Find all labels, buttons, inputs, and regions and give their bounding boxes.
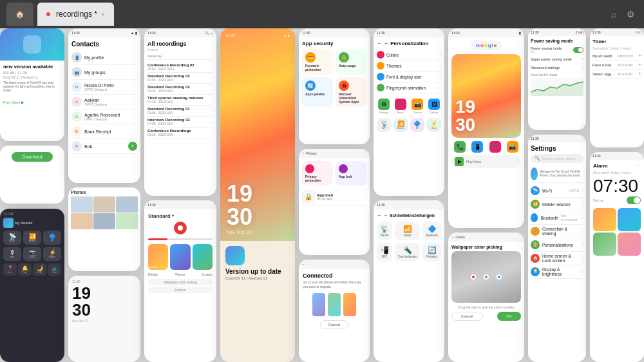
qs-wifi[interactable]: 📡 Wi-Fi xyxy=(3,231,21,245)
qs-cam[interactable]: 📷 Cam xyxy=(23,247,41,261)
rec-item-2[interactable]: Standard Recording 03 01:06 · 2020/1/16 … xyxy=(147,73,213,84)
add-contact-btn[interactable]: + xyxy=(128,142,137,151)
rec-item-7[interactable]: Conference Recordings 01:20 · 2020/10/9 … xyxy=(147,128,213,138)
wcp-ok-btn[interactable]: OK xyxy=(497,312,521,321)
rec-dot[interactable] xyxy=(174,222,187,234)
qs-bt[interactable]: 🔷 BT xyxy=(43,231,61,245)
stg-display[interactable]: 💡 Display & brightness › xyxy=(531,265,583,279)
rec-item-6[interactable]: Interview Recording 02 07:08 · 2020/1/16… xyxy=(147,117,213,128)
cb-icon-1[interactable]: 📞 xyxy=(454,141,466,153)
stg-home[interactable]: 🏠 Home screen & Lock screen › xyxy=(531,252,583,265)
contact-my-profile[interactable]: 👤 My profile xyxy=(71,50,137,65)
se-bt[interactable]: 🔷 Bluetooth xyxy=(422,222,441,240)
wp-option-3[interactable] xyxy=(193,244,213,270)
play-video-btn[interactable]: Play Video ▶ xyxy=(3,100,24,104)
se-nfc[interactable]: 📲 NFC xyxy=(377,243,392,262)
se-mobil[interactable]: 📶 Mobil xyxy=(395,222,420,240)
timer-brush[interactable]: Brush teeth 00:02:00 + xyxy=(592,52,641,61)
qs-power[interactable]: ⚡ Power xyxy=(43,247,61,261)
se-back-icon[interactable]: ← xyxy=(377,213,382,218)
cb-icon-2[interactable]: 📱 xyxy=(471,141,483,153)
rec-item-4[interactable]: Third quarter meeting minutes 07:20 · 20… xyxy=(147,95,213,106)
stg-mobile[interactable]: 📶 Mobile network › xyxy=(531,198,583,211)
ps-toggle-1[interactable] xyxy=(573,47,583,53)
wp-option-1[interactable]: Default xyxy=(148,244,168,270)
alarm-more-icon[interactable]: ⋯ xyxy=(636,163,641,169)
rec-item-1[interactable]: Conference Recording 02 00:04 · 2020/10/… xyxy=(147,62,213,73)
contact-nicola[interactable]: N Nicola Di Pinto OPPO Designer xyxy=(71,80,137,95)
wp-custom-btn[interactable]: Custom xyxy=(148,287,213,293)
stg-signin-row[interactable]: Manage the Top Cloud, Find My Phone, Syn… xyxy=(531,166,583,183)
tab-close-btn[interactable]: × xyxy=(101,11,105,18)
tab-recordings[interactable]: recordings * × xyxy=(37,3,114,26)
pers-item-colors[interactable]: Colors › xyxy=(377,50,441,61)
timer-steam[interactable]: Steam egg 00:10:00 + xyxy=(592,70,641,79)
pers-qs-2[interactable]: 📶 Mobile xyxy=(393,118,408,132)
tab-inactive-1[interactable]: 🏠 xyxy=(6,3,33,26)
stg-wifi[interactable]: 📡 Wi-Fi OPPO › xyxy=(531,184,583,198)
sec-item-updates[interactable]: 🔄 App updates xyxy=(302,77,333,107)
pers-qs-3[interactable]: 🔷 BT xyxy=(410,118,425,132)
timer-face[interactable]: Face mask 00:10:00 + xyxy=(592,61,641,70)
stg-bt[interactable]: 🔷 Bluetooth Not connected › xyxy=(531,211,583,225)
timer-face-add[interactable]: + xyxy=(638,62,641,68)
pers-item-fingerprint[interactable]: Fingerprint animation › xyxy=(377,82,441,93)
pers-back-icon[interactable]: ← xyxy=(377,41,382,46)
qs-screen[interactable]: 📺Scrn xyxy=(48,263,61,276)
conn-cancel-btn[interactable]: Cancel xyxy=(320,320,349,329)
wp-color-picking-btn[interactable]: Wallpaper color picking xyxy=(148,279,213,285)
pers-grid-music[interactable]: 🎵 Music xyxy=(393,99,408,114)
pers-qs-1[interactable]: 📡 WiFi xyxy=(377,118,392,132)
rec-item-3[interactable]: Standard Recording 02 01:20 · 2020/1/16 … xyxy=(147,84,213,95)
pers-grid-gallery[interactable]: 🖼 Gallery xyxy=(427,99,441,114)
security-grid: 💳 Payment protection 🔒 Data usage 🔄 App … xyxy=(302,49,366,107)
wcp-dot-blue[interactable] xyxy=(497,274,502,280)
cb-google-logo[interactable]: Google xyxy=(471,41,502,50)
cb-icon-3[interactable]: 🎵 xyxy=(489,141,501,153)
rec-more-icon[interactable]: ⋯ xyxy=(210,31,213,35)
qs-dnd[interactable]: 🌙DND xyxy=(33,263,46,276)
sec-item-recover[interactable]: ♻ Recover Uninstalled System Apps xyxy=(336,77,366,107)
wcp-dot-green[interactable] xyxy=(484,274,489,280)
stg-pers[interactable]: 🎨 Personalizations › xyxy=(531,238,583,252)
wp-option-2[interactable] xyxy=(170,244,190,270)
se-torch[interactable]: 🔦 Taschenlampe xyxy=(395,243,420,262)
qs-bottom-grid: 📍Loc 🔔Ring 🌙DND 📺Scrn xyxy=(3,263,61,276)
contact-bank[interactable]: B Bank Receipt xyxy=(71,124,137,139)
se-wlan[interactable]: 📡 WLAN xyxy=(377,222,392,240)
timer-brush-add[interactable]: + xyxy=(638,53,641,59)
pers-grid-settings[interactable]: ⚙ Settings xyxy=(377,99,391,114)
contact-my-groups[interactable]: 👥 My groups xyxy=(71,65,137,80)
download-btn[interactable]: Download xyxy=(12,152,52,162)
qs-loc[interactable]: 📍Loc xyxy=(3,263,17,276)
search-tab-btn[interactable]: ⌕ xyxy=(609,6,619,22)
pers-qs-4[interactable]: ⚡ Quick xyxy=(426,118,441,132)
cb-icon-4[interactable]: 📷 xyxy=(507,141,518,153)
se-rotation[interactable]: 🔄 Rotation xyxy=(422,243,441,262)
qs-mic[interactable]: 🎙 Mic xyxy=(3,247,21,261)
contact-aaliyah[interactable]: A Aaliyah OPPO Designer xyxy=(71,95,137,110)
alarm-toggle[interactable] xyxy=(627,196,641,204)
pers-item-themes[interactable]: Themes › xyxy=(377,61,441,71)
sec-item-payment[interactable]: 💳 Payment protection xyxy=(302,49,333,75)
pers-item-font[interactable]: Font & display size › xyxy=(377,71,441,82)
cb-playstore-row[interactable]: ▶ Play Store xyxy=(451,155,521,168)
priv-item-prot[interactable]: Privacy protection xyxy=(302,161,333,186)
settings-tab-btn[interactable]: ⚙ xyxy=(624,6,638,22)
stg-conn[interactable]: 🔗 Connection & sharing › xyxy=(531,225,583,238)
qs-ring[interactable]: 🔔Ring xyxy=(18,263,32,276)
rec-item-5[interactable]: Standard Recording 01 01:06 · 2020/1/16 … xyxy=(147,106,213,117)
timer-steam-add[interactable]: + xyxy=(638,71,641,77)
stg-search-bar[interactable]: 🔍 Search, search, search xyxy=(531,154,583,163)
contact-agatha[interactable]: A Agatha Roosevelt OPPO Designer xyxy=(71,110,137,124)
wcp-dot-pink[interactable] xyxy=(471,274,476,280)
sec-item-data[interactable]: 🔒 Data usage xyxy=(336,49,366,75)
rec-search-icon[interactable]: 🔍 xyxy=(205,31,209,35)
contact-aaliyah-name: Aaliyah xyxy=(84,98,108,102)
pers-grid-camera[interactable]: 📷 Camera xyxy=(410,99,424,114)
wcp-cancel-btn[interactable]: Cancel xyxy=(451,312,483,321)
timer-add-btn[interactable]: Add xyxy=(636,30,641,34)
contact-bob[interactable]: B Bob + xyxy=(71,139,137,154)
priv-item-apptlock[interactable]: App lock xyxy=(336,161,366,186)
qs-mobile[interactable]: 📶 Mobile xyxy=(23,231,41,245)
